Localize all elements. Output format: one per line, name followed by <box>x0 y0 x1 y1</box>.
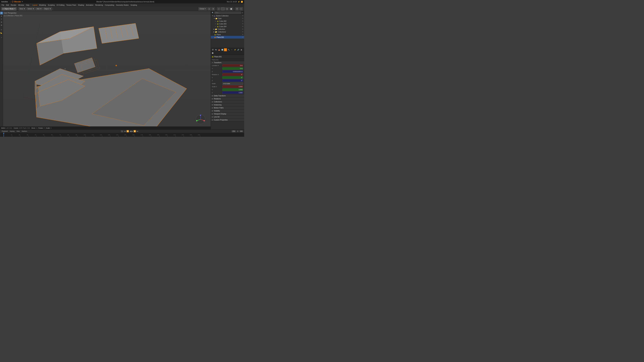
viewport-display-header[interactable]: ▶ Viewport Display <box>211 112 244 115</box>
outliner-item-cam[interactable]: ▼ 📁 Cam 👁 <box>211 17 244 20</box>
outliner-item-cube004[interactable]: ▷ ▣ Cube.004 👁 <box>211 25 244 28</box>
tool-cursor[interactable]: ✛ <box>0 12 3 14</box>
object-menu[interactable]: Object ▼ <box>43 7 52 10</box>
menu-help[interactable]: Help <box>25 3 30 7</box>
viewport-shading-material[interactable]: ◈ <box>226 7 229 10</box>
location-z-value[interactable]: 0.00319194 m <box>222 70 243 73</box>
plane001-visibility[interactable]: 👁 <box>242 36 244 38</box>
start-frame-input[interactable]: 1 <box>237 130 239 132</box>
menu-shading[interactable]: Shading <box>77 3 85 7</box>
relations-header[interactable]: ▶ Relations <box>211 97 244 100</box>
props-scene-tab[interactable]: 🎬 <box>211 48 214 51</box>
menu-compositing[interactable]: Compositing <box>104 3 115 7</box>
outliner-item-cube003[interactable]: ▷ ▣ Cube.003 👁 <box>211 22 244 25</box>
props-object-tab[interactable]: ⬡ <box>224 48 227 51</box>
props-view-tab[interactable]: 🔢 <box>221 48 224 51</box>
menu-layout[interactable]: Layout <box>31 3 38 7</box>
tool-move[interactable]: ⊕ <box>0 15 3 17</box>
end-frame-display[interactable]: 250 <box>231 130 236 132</box>
outliner-item-scene-collection[interactable]: ▼ 🗂 Scene Collection 👁 <box>211 14 244 17</box>
overlay-toggle[interactable]: ☰ <box>235 7 239 10</box>
menu-edit[interactable]: Edit <box>5 3 10 7</box>
menu-file[interactable]: File <box>1 3 5 7</box>
delta-transform-header[interactable]: ▶ Delta Transform <box>211 94 244 97</box>
props-data-tab[interactable]: ▣ <box>240 48 243 51</box>
menu-modeling[interactable]: Modeling <box>38 3 47 7</box>
line-art-header[interactable]: ▶ Line Art <box>211 115 244 118</box>
timeline-keying-menu[interactable]: Keying <box>9 130 15 132</box>
mode-value[interactable]: XYZ Euler <box>222 82 243 85</box>
xray-toggle[interactable]: ⬡ <box>239 7 243 10</box>
props-particles-tab[interactable]: • <box>230 48 233 51</box>
props-modifier-tab[interactable]: 🔧 <box>227 48 230 51</box>
proportional-edit[interactable]: ◎ <box>208 7 211 10</box>
collections-header[interactable]: ▶ Collections <box>211 100 244 103</box>
view-menu[interactable]: View ▼ <box>18 7 26 10</box>
outliner-filter-icon[interactable]: ⊟ <box>242 12 243 13</box>
menu-animation[interactable]: Animation <box>85 3 94 7</box>
rotation-z-value[interactable]: 0° <box>222 79 243 82</box>
timeline-markers-menu[interactable]: Markers <box>21 130 28 132</box>
location-y-value[interactable]: 0 m <box>222 67 243 70</box>
skip-start-btn[interactable]: ⏮ <box>124 130 126 132</box>
tool-measure[interactable]: 📐 <box>0 31 3 34</box>
timeline-ruler[interactable]: 1 10 20 30 40 50 60 70 80 90 100 110 <box>0 133 244 137</box>
custom-properties-header[interactable]: ▶ Custom Properties <box>211 118 244 121</box>
outliner-item-collection2[interactable]: ▶ 📁 Collection2 👁 <box>211 30 244 33</box>
scale-x-value[interactable]: 0.800 <box>222 85 243 88</box>
menu-scripting[interactable]: Scripting <box>130 3 138 7</box>
mode-selector[interactable]: ⊙ Object Mode ▼ <box>1 7 16 10</box>
tool-scale[interactable]: ⊞ <box>0 21 3 23</box>
collection2-visibility[interactable]: 👁 <box>242 31 244 33</box>
menu-rendering[interactable]: Rendering <box>94 3 104 7</box>
play-btn[interactable]: ▶ <box>132 130 133 132</box>
tool-annotate[interactable]: ✏ <box>0 28 3 31</box>
props-constraints-tab[interactable]: 🔗 <box>237 48 240 51</box>
outliner-item-cube002[interactable]: ▷ ▣ Cube.002 👁 <box>211 20 244 22</box>
menu-render[interactable]: Render <box>10 3 17 7</box>
prev-keyframe-btn[interactable]: ⏪ <box>126 130 129 132</box>
plane-visibility[interactable]: 👁 <box>242 34 244 35</box>
props-physics-tab[interactable]: ⚡ <box>234 48 236 51</box>
select-menu[interactable]: Select ▼ <box>26 7 35 10</box>
props-output-tab[interactable]: 📤 <box>218 48 220 51</box>
visibility-toggle[interactable]: 👁 <box>242 15 244 16</box>
location-x-value[interactable]: 0 m <box>222 64 243 67</box>
menu-window[interactable]: Window <box>17 3 25 7</box>
visibility-header[interactable]: ▶ Visibility <box>211 109 244 112</box>
scale-z-value[interactable]: 0.800 <box>222 91 243 94</box>
outliner-item-plane[interactable]: ▣ Plane 👁 <box>211 33 244 36</box>
viewport-3d[interactable]: User Perspective (1) Collection | Plane.… <box>3 11 211 129</box>
rotation-y-value[interactable]: 0° <box>222 76 243 79</box>
navigation-gizmo[interactable]: X Y Z <box>196 114 206 124</box>
end-frame-input[interactable]: 250 <box>239 130 243 132</box>
transform-header[interactable]: ▼ Transform <box>211 61 244 64</box>
blender-menu[interactable]: ⬡ Blender ▼ <box>11 0 24 3</box>
tool-transform[interactable]: ⊠ <box>0 24 3 26</box>
props-material-tab[interactable]: ⬤ <box>211 51 214 54</box>
frame-number-display[interactable]: 1 <box>120 130 124 132</box>
rotation-x-value[interactable]: 0° <box>222 73 243 76</box>
tool-add[interactable]: + <box>0 36 3 39</box>
outliner-item-plane001[interactable]: ▣ Plane.001 👁 <box>211 36 244 38</box>
snap-toggle[interactable]: ⊕ <box>212 7 215 10</box>
menu-sculpting[interactable]: Sculpting <box>47 3 56 7</box>
scale-y-value[interactable]: 0.800 <box>222 88 243 91</box>
cube003-visibility[interactable]: 👁 <box>242 23 244 25</box>
instancing-header[interactable]: ▶ Instancing <box>211 103 244 106</box>
cam-visibility[interactable]: 👁 <box>242 17 244 19</box>
motion-paths-header[interactable]: ▶ Motion Paths <box>211 106 244 109</box>
timeline-playback-menu[interactable]: Playback <box>1 130 8 132</box>
props-render-tab[interactable]: 📷 <box>214 48 217 51</box>
menu-uv-editing[interactable]: UV Editing <box>56 3 65 7</box>
menu-geometry-nodes[interactable]: Geometry Nodes <box>115 3 130 7</box>
menu-texture-paint[interactable]: Texture Paint <box>66 3 77 7</box>
outliner-item-collection[interactable]: ▶ 📁 Collection 👁 <box>211 28 244 30</box>
viewport-shading-solid[interactable]: ⬛ <box>221 7 225 10</box>
cube002-visibility[interactable]: 👁 <box>242 20 244 22</box>
tool-rotate[interactable]: ↻ <box>0 18 3 20</box>
transform-global[interactable]: Global ▼ <box>198 7 207 10</box>
viewport-shading-render[interactable]: ⬤ <box>229 7 233 10</box>
outliner-search-input[interactable] <box>214 11 241 14</box>
activities-label[interactable]: Activities <box>0 1 9 3</box>
